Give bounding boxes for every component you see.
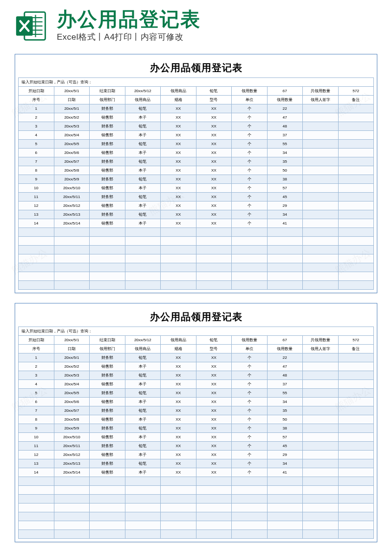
table-cell: 7 xyxy=(19,157,54,166)
empty-row xyxy=(19,477,374,486)
table-cell: 本子 xyxy=(125,451,161,459)
table-row: 720xx/5/7财务部铅笔XXXX个35 xyxy=(19,406,374,415)
empty-row xyxy=(19,272,374,281)
table-cell xyxy=(338,433,374,442)
table-cell: 本子 xyxy=(125,149,161,157)
table-cell: 13 xyxy=(19,459,54,468)
column-header: 领用人签字 xyxy=(303,96,339,104)
table-cell xyxy=(303,353,339,362)
table-cell: 个 xyxy=(232,193,268,201)
empty-row xyxy=(19,530,374,539)
table-cell: XX xyxy=(196,113,232,122)
table-row: 520xx/5/5财务部铅笔XXXX个55 xyxy=(19,140,374,149)
table-cell: 29 xyxy=(267,201,303,210)
table-row: 1020xx/5/10销售部本子XXXX个57 xyxy=(19,433,374,442)
table-cell: 37 xyxy=(267,380,303,389)
table-cell: 个 xyxy=(232,166,268,175)
table-cell: 20xx/5/6 xyxy=(54,149,90,157)
table-row: 1420xx/5/14销售部本子XXXX个41 xyxy=(19,468,374,477)
table-cell xyxy=(338,442,374,451)
table-cell: 4 xyxy=(19,131,54,140)
column-header: 领用数量 xyxy=(267,345,303,353)
table-cell xyxy=(338,175,374,184)
filter-cell: 领用数量 xyxy=(232,336,268,345)
table-cell xyxy=(338,104,374,113)
table-cell: 20xx/5/14 xyxy=(54,219,90,228)
table-cell: XX xyxy=(161,362,196,371)
table-cell xyxy=(303,210,339,219)
table-cell: 财务部 xyxy=(90,193,125,201)
table-cell: 个 xyxy=(232,371,268,380)
table-cell: XX xyxy=(196,424,232,433)
table-cell: 个 xyxy=(232,149,268,157)
table-cell: XX xyxy=(161,424,196,433)
empty-row xyxy=(19,512,374,521)
table-cell: 34 xyxy=(267,459,303,468)
table-cell xyxy=(338,353,374,362)
table-cell: 个 xyxy=(232,362,268,371)
empty-row xyxy=(19,246,374,254)
column-header: 型号 xyxy=(196,345,232,353)
table-cell: 销售部 xyxy=(90,166,125,175)
table-cell: XX xyxy=(161,140,196,149)
column-header: 领用人签字 xyxy=(303,345,339,353)
filter-cell: 开始日期 xyxy=(19,336,54,345)
table-cell: 48 xyxy=(267,371,303,380)
table-cell: 销售部 xyxy=(90,415,125,424)
table-cell: 个 xyxy=(232,157,268,166)
table-cell: 个 xyxy=(232,122,268,131)
table-cell: 财务部 xyxy=(90,104,125,113)
empty-row xyxy=(19,254,374,263)
table-cell: 20xx/5/3 xyxy=(54,371,90,380)
table-cell: 20xx/5/13 xyxy=(54,459,90,468)
empty-row xyxy=(19,504,374,512)
filter-cell: 铅笔 xyxy=(196,336,232,345)
table-cell: XX xyxy=(196,131,232,140)
table-row: 1320xx/5/13财务部铅笔XXXX个34 xyxy=(19,210,374,219)
table-cell: 22 xyxy=(267,104,303,113)
table-cell: 本子 xyxy=(125,380,161,389)
table-cell: 20xx/5/2 xyxy=(54,113,90,122)
template-subtitle: Excel格式丨A4打印丨内容可修改 xyxy=(57,31,377,43)
table-cell: 个 xyxy=(232,131,268,140)
table-cell: 本子 xyxy=(125,113,161,122)
column-header: 规格 xyxy=(161,96,196,104)
table-cell: 20xx/5/9 xyxy=(54,424,90,433)
table-cell: 个 xyxy=(232,406,268,415)
filter-cell: 共领用数量 xyxy=(303,87,339,96)
table-cell: XX xyxy=(196,104,232,113)
table-cell: 销售部 xyxy=(90,184,125,193)
table-cell: 财务部 xyxy=(90,371,125,380)
table-cell: 20xx/5/12 xyxy=(54,201,90,210)
table-cell xyxy=(338,415,374,424)
table-row: 320xx/5/3财务部铅笔XXXX个48 xyxy=(19,371,374,380)
filter-cell: 结束日期 xyxy=(90,87,125,96)
filter-cell: 领用数量 xyxy=(232,87,268,96)
table-cell: 1 xyxy=(19,104,54,113)
table-cell xyxy=(303,131,339,140)
table-cell: XX xyxy=(161,415,196,424)
table-cell: XX xyxy=(196,175,232,184)
table-row: 1320xx/5/13财务部铅笔XXXX个34 xyxy=(19,459,374,468)
table-cell xyxy=(303,104,339,113)
table-cell: 销售部 xyxy=(90,201,125,210)
table-cell: 20xx/5/7 xyxy=(54,157,90,166)
column-header: 领用部门 xyxy=(90,345,125,353)
table-cell: 财务部 xyxy=(90,442,125,451)
table-cell: 20xx/5/14 xyxy=(54,468,90,477)
empty-row xyxy=(19,228,374,237)
table-cell xyxy=(338,219,374,228)
table-cell: XX xyxy=(196,442,232,451)
table-cell: XX xyxy=(161,166,196,175)
table-cell: 48 xyxy=(267,122,303,131)
table-cell: 14 xyxy=(19,468,54,477)
table-cell xyxy=(338,157,374,166)
table-row: 720xx/5/7财务部铅笔XXXX个35 xyxy=(19,157,374,166)
column-header: 单位 xyxy=(232,96,268,104)
table-cell: XX xyxy=(161,451,196,459)
table-row: 520xx/5/5财务部铅笔XXXX个55 xyxy=(19,389,374,398)
table-cell: XX xyxy=(196,353,232,362)
table-cell: 8 xyxy=(19,166,54,175)
table-row: 220xx/5/2销售部本子XXXX个47 xyxy=(19,113,374,122)
table-cell xyxy=(338,389,374,398)
